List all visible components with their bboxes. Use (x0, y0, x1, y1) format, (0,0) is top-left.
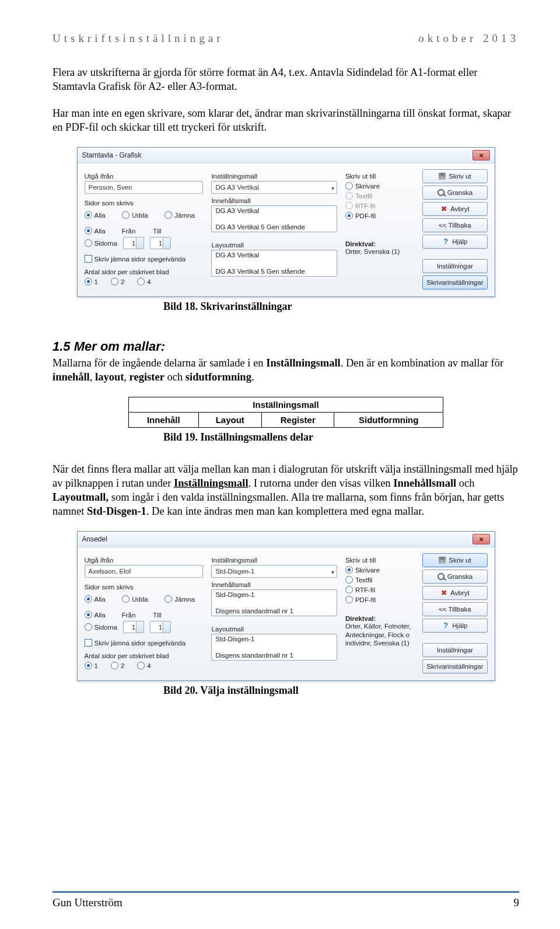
magnifier-icon-2 (438, 573, 444, 580)
antal-label: Antal sidor per utskrivet blad (85, 268, 204, 275)
preview-button[interactable]: Granska (422, 186, 487, 200)
radio-alla2-d2[interactable] (85, 611, 92, 619)
inne-label: Innehållsmall (211, 197, 337, 204)
radio-skrivare[interactable] (345, 182, 353, 190)
dialog-stamtavla: Stamtavla - Grafisk ✕ Utgå ifrån Persson… (77, 147, 495, 297)
radio-alla[interactable] (85, 211, 92, 219)
radio-udda[interactable] (122, 211, 130, 219)
help-button[interactable]: ?Hjälp (422, 235, 487, 249)
layout-label: Layoutmall (211, 242, 337, 249)
radio-alla-d2[interactable] (85, 595, 92, 603)
radio-sidorna[interactable] (85, 239, 92, 247)
paragraph-intro-2: Har man inte en egen skrivare, som klara… (52, 106, 519, 134)
printer-settings-button-d2[interactable]: Skrivarinställningar (422, 659, 487, 673)
radio-4[interactable] (137, 278, 145, 285)
radio-2-d2[interactable] (111, 662, 118, 669)
dialog-ansedel: Ansedel ✕ Utgå ifrån Axelsson, Elof Sido… (77, 531, 495, 681)
inne-list[interactable]: DG A3 Vertikal DG A3 Vertikal 5 Gen ståe… (211, 205, 337, 232)
cancel-button[interactable]: ✖Avbryt (422, 202, 487, 216)
close-icon[interactable]: ✕ (473, 150, 490, 160)
inst-combo[interactable]: DG A3 Vertikal (211, 181, 337, 194)
cell-layout: Layout (198, 413, 262, 428)
settings-button[interactable]: Inställningar (422, 259, 487, 273)
paragraph-3: När det finns flera mallar att välja mel… (52, 462, 519, 518)
sidor-label: Sidor som skrivs (85, 200, 204, 207)
radio-pdf[interactable] (345, 212, 353, 219)
radio-textfil-d2[interactable] (345, 576, 353, 584)
cell-register: Register (262, 413, 334, 428)
inst-combo-d2[interactable]: Std-Disgen-1 (211, 565, 337, 578)
from-spinner[interactable]: 1 (123, 237, 144, 249)
utga-label: Utgå ifrån (85, 173, 204, 180)
printer-settings-button[interactable]: Skrivarinställningar (422, 275, 487, 289)
cancel-button-d2[interactable]: ✖Avbryt (422, 586, 487, 600)
radio-alla-2[interactable] (85, 227, 92, 235)
radio-pdf-d2[interactable] (345, 596, 353, 603)
mirror-checkbox[interactable] (85, 255, 92, 263)
inst-label: Inställningsmall (211, 173, 337, 180)
to-spinner-d2[interactable]: 1 (150, 621, 171, 633)
caption-19: Bild 19. Inställningsmallens delar (163, 431, 519, 443)
direktval-text-d2: Orter, Källor, Fotnoter, Anteckningar, F… (345, 622, 414, 647)
direktval-text: Orter, Svenska (1) (345, 247, 414, 256)
header-left: Utskriftsinställningar (52, 32, 223, 45)
to-spinner[interactable]: 1 (150, 237, 171, 249)
magnifier-icon (438, 189, 444, 196)
x-icon-2: ✖ (440, 589, 447, 596)
radio-rtf-d2[interactable] (345, 586, 353, 593)
radio-sidorna-d2[interactable] (85, 623, 92, 631)
layout-list-d2[interactable]: Std-Disgen-1 Disgens standardmall nr 1 (211, 634, 337, 661)
radio-1[interactable] (85, 278, 92, 285)
table-head: Inställningsmall (129, 397, 443, 413)
inne-list-d2[interactable]: Std-Disgen-1 Disgens standardmall nr 1 (211, 589, 337, 616)
back-button-d2[interactable]: << Tillbaka (422, 602, 487, 616)
layout-list[interactable]: DG A3 Vertikal DG A3 Vertikal 5 Gen ståe… (211, 250, 337, 277)
paragraph-mallar: Mallarna för de ingående delarna är saml… (52, 356, 519, 384)
close-icon-2[interactable]: ✕ (473, 534, 490, 544)
template-structure-table: Inställningsmall Innehåll Layout Registe… (128, 397, 443, 428)
skriv-till-label: Skriv ut till (345, 173, 414, 180)
print-icon-2 (439, 557, 446, 564)
header-right: oktober 2013 (418, 32, 519, 45)
radio-2[interactable] (111, 278, 118, 285)
question-icon: ? (442, 238, 449, 245)
utga-field-2[interactable]: Axelsson, Elof (85, 565, 204, 578)
utga-field[interactable]: Persson, Sven (85, 181, 204, 194)
direktval-head: Direktval: (345, 240, 414, 247)
radio-jamna-d2[interactable] (164, 595, 172, 603)
radio-skrivare-d2[interactable] (345, 566, 353, 574)
help-button-d2[interactable]: ?Hjälp (422, 619, 487, 633)
section-heading: 1.5 Mer om mallar: (52, 339, 519, 354)
radio-udda-d2[interactable] (122, 595, 130, 603)
print-icon (439, 173, 446, 180)
radio-textfil (345, 192, 353, 200)
dialog-title-2: Ansedel (82, 535, 107, 543)
footer-page: 9 (514, 896, 520, 909)
x-icon: ✖ (440, 205, 447, 212)
radio-jamna[interactable] (164, 211, 172, 219)
footer-author: Gun Utterström (52, 896, 123, 909)
caption-20: Bild 20. Välja inställningsmall (163, 684, 519, 697)
back-button[interactable]: << Tillbaka (422, 218, 487, 232)
paragraph-intro-1: Flera av utskrifterna är gjorda för stör… (52, 65, 519, 93)
print-button-d2[interactable]: Skriv ut (422, 553, 487, 567)
preview-button-d2[interactable]: Granska (422, 570, 487, 584)
settings-button-d2[interactable]: Inställningar (422, 643, 487, 657)
dialog-title: Stamtavla - Grafisk (82, 151, 142, 159)
caption-18: Bild 18. Skrivarinställningar (163, 301, 519, 313)
mirror-checkbox-d2[interactable] (85, 639, 92, 647)
question-icon-2: ? (442, 622, 449, 629)
radio-rtf (345, 202, 353, 209)
cell-sidutf: Sidutformning (334, 413, 443, 428)
from-spinner-d2[interactable]: 1 (123, 621, 144, 633)
cell-innehall: Innehåll (129, 413, 199, 428)
radio-4-d2[interactable] (137, 662, 145, 669)
radio-1-d2[interactable] (85, 662, 92, 669)
print-button[interactable]: Skriv ut (422, 169, 487, 183)
